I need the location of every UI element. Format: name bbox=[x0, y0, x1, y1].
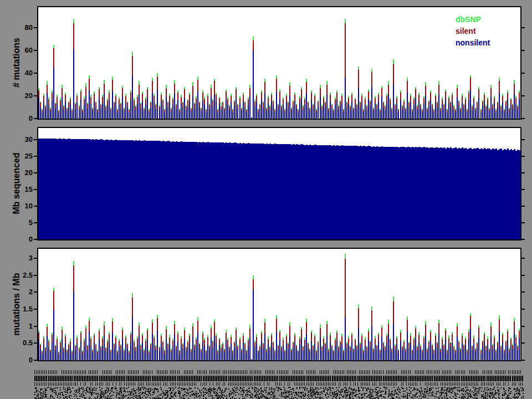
panel-num-mutations: dbSNP silent nonsilent 020406080 bbox=[37, 6, 521, 120]
y-tick bbox=[521, 50, 525, 51]
y-axis-label-num-mutations: # mutations bbox=[12, 38, 22, 88]
y-tick-label: 30 bbox=[8, 136, 33, 144]
bars-num-mutations bbox=[38, 7, 520, 119]
y-tick bbox=[521, 239, 525, 240]
y-tick bbox=[34, 222, 37, 223]
bars-mutations-per-mb bbox=[38, 249, 520, 360]
y-tick-label: 0 bbox=[8, 115, 33, 122]
y-tick bbox=[521, 309, 525, 310]
y-tick bbox=[34, 73, 37, 74]
y-tick bbox=[521, 342, 525, 344]
y-axis-label-mutations-per-mb: mutations / Mb bbox=[12, 273, 22, 336]
y-tick bbox=[34, 189, 37, 190]
y-tick bbox=[34, 118, 37, 119]
panel-mb-sequenced: 051015202530 bbox=[37, 127, 521, 241]
legend-item-silent: silent bbox=[456, 25, 490, 37]
y-tick bbox=[521, 118, 525, 119]
y-tick bbox=[521, 73, 525, 74]
y-tick bbox=[521, 360, 525, 361]
y-tick bbox=[521, 139, 525, 140]
y-tick bbox=[34, 342, 37, 344]
bars-mb-sequenced bbox=[38, 128, 520, 239]
legend-item-nonsilent: nonsilent bbox=[456, 37, 490, 49]
y-tick bbox=[34, 360, 37, 361]
y-axis-label-mb-sequenced: Mb sequenced bbox=[12, 152, 22, 214]
y-tick bbox=[521, 189, 525, 190]
y-tick bbox=[521, 291, 525, 293]
y-tick bbox=[521, 95, 525, 96]
y-tick-label: 0.5 bbox=[8, 339, 33, 347]
y-tick bbox=[34, 206, 37, 207]
y-tick bbox=[521, 326, 525, 327]
legend-item-dbsnp: dbSNP bbox=[456, 14, 490, 25]
y-tick bbox=[34, 172, 37, 173]
y-tick bbox=[34, 156, 37, 157]
y-tick-label: 5 bbox=[8, 219, 33, 227]
y-tick bbox=[34, 50, 37, 51]
sample-labels-illegible bbox=[34, 369, 524, 399]
y-tick-label: 0 bbox=[8, 356, 33, 364]
y-tick bbox=[521, 275, 525, 276]
y-tick bbox=[521, 27, 525, 28]
y-tick bbox=[521, 206, 525, 207]
y-tick bbox=[34, 309, 37, 310]
y-tick bbox=[521, 258, 525, 259]
y-tick bbox=[521, 172, 525, 173]
y-tick bbox=[34, 258, 37, 259]
y-tick bbox=[34, 27, 37, 28]
y-tick bbox=[521, 222, 525, 223]
panel-mutations-per-mb: 00.511.522.53 bbox=[37, 248, 521, 361]
y-tick-label: 20 bbox=[8, 92, 33, 100]
y-tick-label: 3 bbox=[8, 254, 33, 262]
y-tick bbox=[34, 326, 37, 327]
y-tick bbox=[34, 239, 37, 240]
y-tick bbox=[34, 139, 37, 140]
legend: dbSNP silent nonsilent bbox=[456, 14, 490, 49]
y-tick bbox=[521, 156, 525, 157]
y-tick bbox=[34, 95, 37, 96]
y-tick-label: 0 bbox=[8, 236, 33, 243]
y-tick bbox=[34, 275, 37, 276]
y-tick bbox=[34, 291, 37, 293]
figure-canvas: { "colors": { "background": "#8e8e8e", "… bbox=[0, 0, 532, 399]
y-tick-label: 80 bbox=[8, 24, 33, 32]
